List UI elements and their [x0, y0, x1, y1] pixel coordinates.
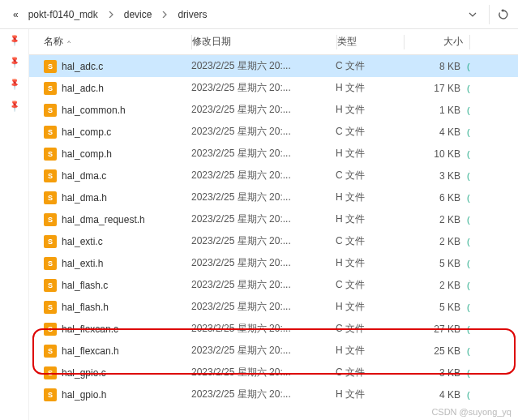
file-icon: [44, 301, 57, 314]
file-date: 2023/2/25 星期六 20:...: [191, 59, 336, 73]
file-row[interactable]: hal_flash.h2023/2/25 星期六 20:...H 文件5 KB(: [29, 296, 518, 318]
file-size: 1 KB: [402, 105, 467, 116]
file-rows: hal_adc.c2023/2/25 星期六 20:...C 文件8 KB(ha…: [29, 55, 518, 405]
file-icon: [44, 148, 57, 161]
file-row[interactable]: hal_adc.h2023/2/25 星期六 20:...H 文件17 KB(: [29, 77, 518, 99]
file-name: hal_exti.c: [62, 236, 103, 247]
file-size: 5 KB: [402, 302, 467, 313]
file-date: 2023/2/25 星期六 20:...: [191, 234, 336, 248]
file-row[interactable]: hal_flexcan.c2023/2/25 星期六 20:...C 文件27 …: [29, 318, 518, 340]
chevron-right-icon[interactable]: [105, 6, 118, 23]
file-extra: (: [467, 105, 490, 115]
file-extra: (: [467, 346, 490, 356]
file-icon: [44, 323, 57, 336]
chevron-right-icon[interactable]: [158, 6, 171, 23]
sort-asc-icon: ^: [67, 39, 71, 46]
pin-icon[interactable]: 📌: [7, 33, 20, 46]
file-row[interactable]: hal_dma.h2023/2/25 星期六 20:...H 文件6 KB(: [29, 186, 518, 208]
file-name: hal_flash.c: [62, 280, 108, 291]
file-size: 2 KB: [402, 214, 467, 225]
file-extra: (: [467, 84, 490, 93]
file-icon: [44, 104, 57, 117]
file-type: C 文件: [336, 278, 402, 292]
file-icon: [44, 345, 57, 358]
quick-access-sidebar: 📌 📌 📌 📌: [0, 29, 29, 420]
file-size: 2 KB: [402, 236, 467, 247]
file-type: C 文件: [336, 366, 402, 379]
breadcrumb-item[interactable]: drivers: [174, 7, 210, 22]
file-type: C 文件: [336, 125, 402, 139]
file-extra: (: [467, 390, 490, 400]
breadcrumb[interactable]: « pokt-f0140_mdk device drivers: [6, 6, 461, 23]
file-row[interactable]: hal_dma.c2023/2/25 星期六 20:...C 文件3 KB(: [29, 165, 518, 186]
file-name: hal_common.h: [62, 105, 126, 116]
file-name: hal_dma_request.h: [62, 214, 145, 225]
header-date[interactable]: 修改日期: [192, 35, 336, 49]
file-name: hal_exti.h: [62, 258, 103, 269]
file-icon: [44, 235, 57, 248]
file-name: hal_dma.h: [62, 192, 107, 204]
file-name: hal_flexcan.h: [62, 345, 119, 357]
file-date: 2023/2/25 星期六 20:...: [191, 81, 336, 95]
file-extra: (: [467, 281, 490, 290]
file-row[interactable]: hal_comp.h2023/2/25 星期六 20:...H 文件10 KB(: [29, 143, 518, 165]
file-type: C 文件: [336, 322, 402, 336]
breadcrumb-prefix[interactable]: «: [10, 7, 22, 22]
file-icon: [44, 213, 57, 226]
breadcrumb-item[interactable]: device: [121, 7, 156, 22]
file-name: hal_flexcan.c: [62, 324, 118, 335]
file-name: hal_adc.h: [62, 83, 104, 94]
file-row[interactable]: hal_flash.c2023/2/25 星期六 20:...C 文件2 KB(: [29, 274, 518, 296]
file-list-panel: 名称 ^ 修改日期 类型 大小 hal_adc.c2023/2/25 星期六 2…: [29, 29, 518, 420]
file-row[interactable]: hal_common.h2023/2/25 星期六 20:...H 文件1 KB…: [29, 99, 518, 121]
file-icon: [44, 82, 57, 95]
file-date: 2023/2/25 星期六 20:...: [191, 300, 336, 314]
file-size: 10 KB: [402, 148, 467, 160]
pin-icon[interactable]: 📌: [7, 77, 20, 90]
file-row[interactable]: hal_gpio.h2023/2/25 星期六 20:...H 文件4 KB(: [29, 384, 518, 405]
file-size: 27 KB: [402, 324, 467, 335]
file-extra: (: [467, 302, 490, 312]
file-row[interactable]: hal_dma_request.h2023/2/25 星期六 20:...H 文…: [29, 208, 518, 230]
file-type: H 文件: [336, 147, 402, 161]
file-date: 2023/2/25 星期六 20:...: [191, 322, 336, 336]
file-row[interactable]: hal_comp.c2023/2/25 星期六 20:...C 文件4 KB(: [29, 121, 518, 143]
file-size: 2 KB: [402, 280, 467, 291]
file-name: hal_comp.c: [62, 126, 111, 138]
file-icon: [44, 257, 57, 270]
file-type: C 文件: [336, 59, 402, 73]
file-row[interactable]: hal_gpio.c2023/2/25 星期六 20:...C 文件3 KB(: [29, 362, 518, 384]
file-type: H 文件: [336, 212, 402, 226]
file-extra: (: [467, 62, 490, 71]
file-date: 2023/2/25 星期六 20:...: [191, 366, 336, 379]
breadcrumb-item[interactable]: pokt-f0140_mdk: [25, 7, 101, 22]
file-date: 2023/2/25 星期六 20:...: [191, 125, 336, 139]
file-extra: (: [467, 324, 490, 334]
file-size: 4 KB: [402, 389, 467, 401]
refresh-button[interactable]: [489, 5, 512, 24]
file-date: 2023/2/25 星期六 20:...: [191, 169, 336, 182]
file-row[interactable]: hal_adc.c2023/2/25 星期六 20:...C 文件8 KB(: [29, 55, 518, 77]
file-type: H 文件: [336, 103, 402, 117]
header-name[interactable]: 名称 ^: [29, 35, 191, 49]
divider: [469, 35, 470, 49]
file-extra: (: [467, 149, 490, 159]
header-size[interactable]: 大小: [405, 35, 469, 49]
file-row[interactable]: hal_flexcan.h2023/2/25 星期六 20:...H 文件25 …: [29, 340, 518, 362]
file-type: C 文件: [336, 169, 402, 182]
header-type[interactable]: 类型: [337, 35, 404, 49]
header-name-label: 名称: [44, 36, 63, 47]
file-date: 2023/2/25 星期六 20:...: [191, 103, 336, 117]
pin-icon[interactable]: 📌: [7, 55, 20, 68]
file-size: 3 KB: [402, 170, 467, 182]
file-size: 5 KB: [402, 258, 467, 269]
file-icon: [44, 366, 57, 379]
file-type: H 文件: [336, 388, 402, 401]
pin-icon[interactable]: 📌: [7, 99, 20, 112]
chevron-down-icon[interactable]: [466, 6, 479, 23]
file-row[interactable]: hal_exti.h2023/2/25 星期六 20:...H 文件5 KB(: [29, 252, 518, 274]
file-name: hal_comp.h: [62, 148, 112, 160]
file-name: hal_gpio.h: [62, 389, 106, 401]
file-name: hal_flash.h: [62, 302, 109, 313]
file-row[interactable]: hal_exti.c2023/2/25 星期六 20:...C 文件2 KB(: [29, 230, 518, 252]
